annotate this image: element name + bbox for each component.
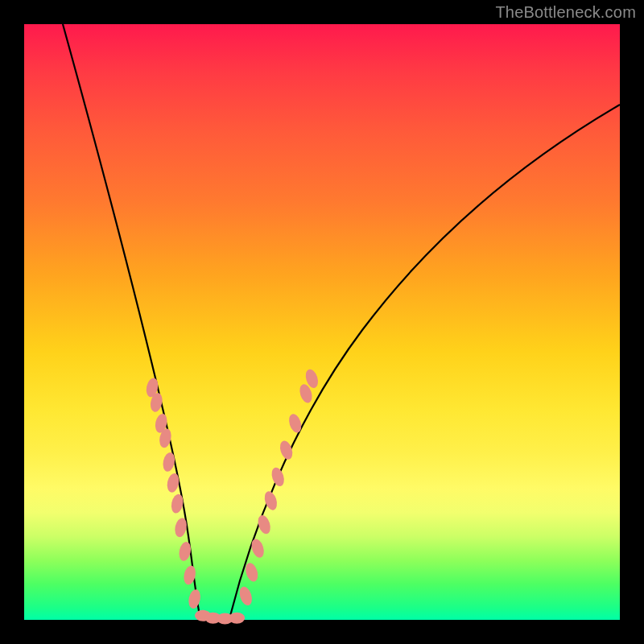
plot-area bbox=[24, 24, 620, 620]
data-marker bbox=[287, 412, 303, 434]
data-marker bbox=[250, 538, 266, 559]
data-marker bbox=[237, 585, 254, 607]
data-marker bbox=[270, 466, 287, 488]
data-marker bbox=[278, 440, 295, 461]
marker-group bbox=[145, 368, 320, 625]
outer-frame: TheBottleneck.com bbox=[0, 0, 644, 644]
right-curve bbox=[230, 105, 620, 616]
data-marker bbox=[161, 452, 176, 473]
data-marker bbox=[243, 561, 260, 583]
data-marker bbox=[187, 588, 202, 609]
data-marker bbox=[229, 613, 245, 624]
watermark-text: TheBottleneck.com bbox=[495, 3, 636, 22]
chart-svg bbox=[24, 24, 620, 620]
